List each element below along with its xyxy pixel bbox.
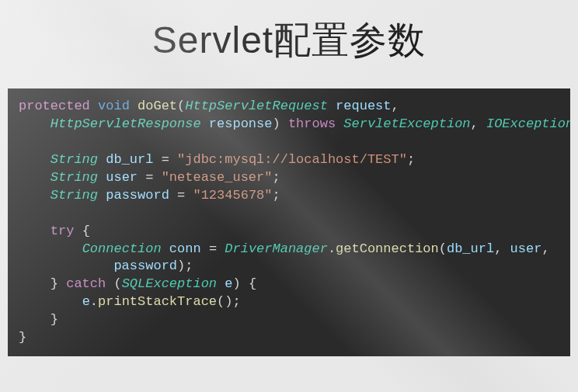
dot: . xyxy=(328,241,336,256)
equals: = xyxy=(162,152,169,167)
brace: } xyxy=(50,276,58,291)
string-password: "12345678" xyxy=(193,188,272,203)
arg-db-url: db_url xyxy=(447,241,494,256)
var-e: e xyxy=(225,276,232,291)
semicolon: ; xyxy=(185,258,193,273)
type-string: String xyxy=(50,152,98,167)
type-drivermanager: DriverManager xyxy=(225,241,328,256)
keyword-try: try xyxy=(50,224,75,238)
var-user: user xyxy=(106,170,138,185)
paren: ) xyxy=(272,116,280,131)
type-servletexception: ServletException xyxy=(343,116,470,131)
param-request: request xyxy=(336,99,391,113)
keyword-protected: protected xyxy=(19,99,90,113)
call-getconnection: getConnection xyxy=(336,241,439,256)
slide-title: Servlet配置参数 xyxy=(0,0,578,88)
param-response: response xyxy=(209,116,273,131)
paren: ) xyxy=(177,258,185,273)
semicolon: ; xyxy=(273,188,280,203)
comma: , xyxy=(471,116,479,131)
paren: ( xyxy=(177,99,185,113)
method-name: doGet xyxy=(138,99,177,113)
semicolon: ; xyxy=(407,152,415,167)
var-password: password xyxy=(106,188,169,203)
comma: , xyxy=(392,99,399,113)
type-connection: Connection xyxy=(82,241,162,256)
string-user: "netease_user" xyxy=(162,170,273,185)
type-ioexception: IOException xyxy=(486,116,570,131)
var-db-url: db_url xyxy=(106,152,153,167)
arg-password: password xyxy=(113,258,177,273)
type-httpservletresponse: HttpServletResponse xyxy=(50,116,201,131)
call-printstacktrace: printStackTrace xyxy=(98,294,217,309)
paren: ( xyxy=(113,276,121,291)
equals: = xyxy=(209,241,217,256)
arg-user: user xyxy=(510,241,542,256)
type-string: String xyxy=(50,170,98,185)
equals: = xyxy=(177,188,185,203)
brace: } xyxy=(19,330,26,345)
semicolon: ; xyxy=(232,294,240,309)
keyword-throws: throws xyxy=(288,116,336,131)
code-block: protected void doGet(HttpServletRequest … xyxy=(8,88,570,356)
paren: () xyxy=(217,294,232,309)
equals: = xyxy=(145,170,153,185)
type-string: String xyxy=(50,188,98,203)
paren: ) xyxy=(232,276,240,291)
keyword-catch: catch xyxy=(66,276,106,291)
paren: ( xyxy=(439,241,447,256)
var-conn: conn xyxy=(169,241,201,256)
brace: } xyxy=(50,312,58,327)
brace: { xyxy=(249,276,256,291)
type-sqlexception: SQLException xyxy=(122,276,217,291)
var-e-ref: e xyxy=(82,294,90,309)
keyword-void: void xyxy=(98,99,130,113)
string-db-url: "jdbc:mysql://localhost/TEST" xyxy=(177,152,407,167)
type-httpservletrequest: HttpServletRequest xyxy=(185,99,328,113)
dot: . xyxy=(90,294,98,309)
comma: , xyxy=(494,241,502,256)
brace: { xyxy=(82,224,90,238)
comma: , xyxy=(541,241,549,256)
semicolon: ; xyxy=(272,170,280,185)
